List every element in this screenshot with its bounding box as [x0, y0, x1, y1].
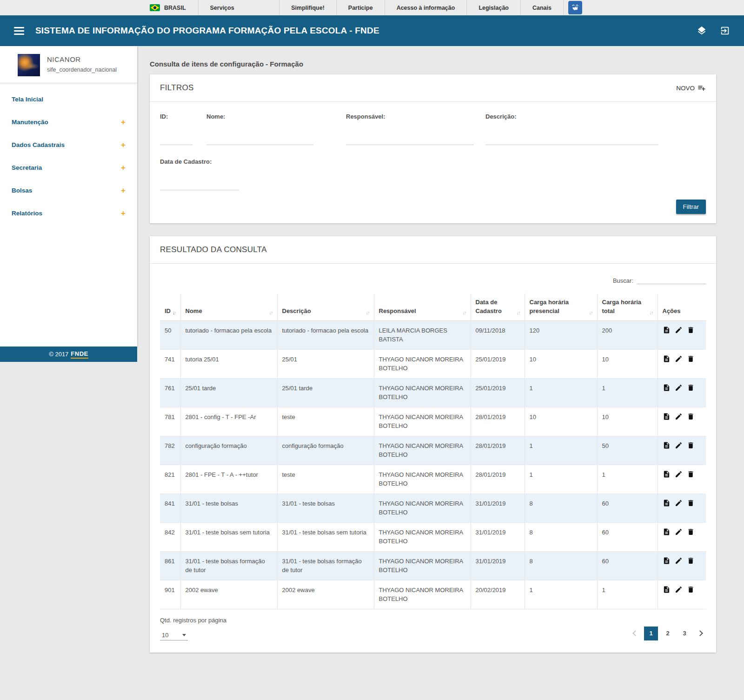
- edit-pencil-icon[interactable]: [675, 557, 683, 565]
- sort-icon: ↓↑: [463, 310, 466, 316]
- edit-pencil-icon[interactable]: [675, 441, 683, 449]
- per-page-select[interactable]: 10: [160, 630, 188, 640]
- table-row: 84131/01 - teste bolsas31/01 - teste bol…: [160, 493, 706, 522]
- delete-trash-icon[interactable]: [687, 557, 695, 565]
- sidebar-item-dados-cadastrais[interactable]: Dados Cadastrais+: [0, 133, 137, 156]
- sidebar-item-secretaria[interactable]: Secretaria+: [0, 156, 137, 179]
- logout-button[interactable]: [720, 26, 730, 36]
- column-header-responsavel[interactable]: Responsável↓↑: [374, 293, 471, 320]
- sidebar-item-tela-inicial[interactable]: Tela Inicial: [0, 88, 137, 111]
- sidebar-item-relatorios[interactable]: Relatórios+: [0, 202, 137, 225]
- cell-responsavel: THYAGO NICANOR MOREIRA BOTELHO: [374, 522, 471, 551]
- sidebar-footer: © 2017 FNDE: [0, 347, 137, 362]
- menu-hamburger-icon[interactable]: [14, 27, 24, 35]
- detail-file-icon[interactable]: [663, 528, 671, 536]
- cell-id: 50: [160, 320, 180, 349]
- edit-pencil-icon[interactable]: [675, 528, 683, 536]
- filter-nome-input[interactable]: [206, 135, 313, 145]
- filtrar-button[interactable]: Filtrar: [676, 200, 706, 214]
- page-button-3[interactable]: 3: [678, 627, 691, 640]
- detail-file-icon[interactable]: [663, 586, 671, 593]
- govbar-link-simplifique-[interactable]: Simplifique!: [279, 0, 336, 15]
- delete-trash-icon[interactable]: [687, 528, 695, 536]
- detail-file-icon[interactable]: [663, 326, 671, 334]
- detail-file-icon[interactable]: [663, 355, 671, 363]
- brasil-brand-link[interactable]: BRASIL: [150, 0, 198, 15]
- vlibras-hands-icon: [571, 3, 580, 13]
- delete-trash-icon[interactable]: [687, 326, 695, 334]
- edit-pencil-icon[interactable]: [675, 384, 683, 392]
- column-label: Nome: [186, 307, 202, 316]
- cell-descricao: 31/01 - teste bolsas formação de tutor: [277, 551, 374, 580]
- novo-button-label: NOVO: [676, 85, 695, 92]
- filters-panel-title: FILTROS: [160, 83, 194, 93]
- edit-pencil-icon[interactable]: [675, 355, 683, 363]
- detail-file-icon[interactable]: [663, 499, 671, 507]
- cell-id: 841: [160, 493, 180, 522]
- vlibras-accessibility-button[interactable]: [568, 1, 582, 14]
- govbar-link-participe[interactable]: Participe: [336, 0, 385, 15]
- cell-carga_presencial: 1: [525, 378, 597, 407]
- filter-descricao-input[interactable]: [485, 135, 658, 145]
- layers-button[interactable]: [697, 26, 707, 36]
- table-row: 7812801 - config - T - FPE -ArtesteTHYAG…: [160, 407, 706, 436]
- column-header-carga-horaria-total[interactable]: Carga horária total↓↑: [597, 293, 658, 320]
- sort-icon: ↓↑: [517, 310, 520, 316]
- column-header-carga-horaria-presencial[interactable]: Carga horária presencial↓↑: [525, 293, 597, 320]
- edit-pencil-icon[interactable]: [675, 470, 683, 478]
- novo-button[interactable]: NOVO: [676, 84, 706, 92]
- delete-trash-icon[interactable]: [687, 470, 695, 478]
- cell-nome: 31/01 - teste bolsas sem tutoria: [180, 522, 277, 551]
- cell-responsavel: THYAGO NICANOR MOREIRA BOTELHO: [374, 378, 471, 407]
- logout-exit-icon: [720, 30, 730, 37]
- cell-carga_total: 1: [597, 580, 658, 609]
- sidebar-item-manutencao[interactable]: Manutenção+: [0, 111, 137, 133]
- detail-file-icon[interactable]: [663, 441, 671, 449]
- filter-id-input[interactable]: [160, 135, 193, 145]
- cell-nome: 25/01 tarde: [180, 378, 277, 407]
- cell-carga_total: 60: [597, 522, 658, 551]
- cell-data_cadastro: 25/01/2019: [471, 349, 525, 378]
- cell-data_cadastro: 31/01/2019: [471, 493, 525, 522]
- per-page-label: Qtd. registros por página: [160, 617, 226, 624]
- filter-data-cadastro-input[interactable]: [160, 180, 239, 190]
- delete-trash-icon[interactable]: [687, 355, 695, 363]
- column-label: Carga horária total: [602, 298, 648, 316]
- edit-pencil-icon[interactable]: [675, 586, 683, 593]
- govbar-link-canais[interactable]: Canais: [520, 0, 564, 15]
- detail-file-icon[interactable]: [663, 470, 671, 478]
- delete-trash-icon[interactable]: [687, 384, 695, 392]
- cell-nome: tutoria 25/01: [180, 349, 277, 378]
- column-header-id[interactable]: ID↓↑: [160, 293, 180, 320]
- column-header-nome[interactable]: Nome↓↑: [180, 293, 277, 320]
- sidebar-item-bolsas[interactable]: Bolsas+: [0, 179, 137, 202]
- govbar-link-servicos[interactable]: Serviços: [198, 0, 246, 15]
- delete-trash-icon[interactable]: [687, 586, 695, 593]
- column-header-data-de-cadastro[interactable]: Data de Cadastro↓↑: [471, 293, 525, 320]
- delete-trash-icon[interactable]: [687, 413, 695, 420]
- prev-page-button[interactable]: [630, 627, 641, 640]
- detail-file-icon[interactable]: [663, 557, 671, 565]
- next-page-button[interactable]: [694, 627, 706, 640]
- page-button-1[interactable]: 1: [644, 627, 658, 640]
- page-button-2[interactable]: 2: [661, 627, 675, 640]
- expand-plus-icon: +: [121, 166, 126, 170]
- fnde-footer-link[interactable]: FNDE: [71, 350, 88, 359]
- edit-pencil-icon[interactable]: [675, 499, 683, 507]
- govbar-link-acesso-a-informacao[interactable]: Acesso à informação: [385, 0, 467, 15]
- govbar-link-legislacao[interactable]: Legislação: [466, 0, 520, 15]
- cell-nome: 2801 - FPE - T - A - ++tutor: [180, 465, 277, 493]
- search-input[interactable]: [637, 275, 706, 284]
- edit-pencil-icon[interactable]: [675, 413, 683, 420]
- delete-trash-icon[interactable]: [687, 441, 695, 449]
- cell-descricao: 25/01: [277, 349, 374, 378]
- cell-carga_total: 10: [597, 349, 658, 378]
- filter-responsavel-input[interactable]: [346, 135, 474, 145]
- detail-file-icon[interactable]: [663, 413, 671, 420]
- delete-trash-icon[interactable]: [687, 499, 695, 507]
- detail-file-icon[interactable]: [663, 384, 671, 392]
- column-header-descricao[interactable]: Descrição↓↑: [277, 293, 374, 320]
- edit-pencil-icon[interactable]: [675, 326, 683, 334]
- column-header-acoes: Ações: [658, 293, 706, 320]
- chevron-left-icon: [632, 630, 638, 636]
